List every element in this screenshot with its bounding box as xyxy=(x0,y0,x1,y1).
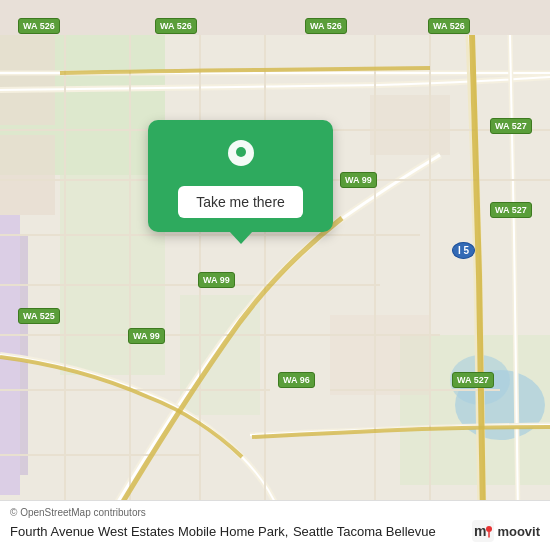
highway-label-wa527-1: WA 527 xyxy=(490,118,532,134)
highway-label-wa526-3: WA 526 xyxy=(305,18,347,34)
highway-label-i5: I 5 xyxy=(452,242,475,259)
moovit-label: moovit xyxy=(497,524,540,539)
attribution: © OpenStreetMap contributors xyxy=(10,507,540,518)
map-roads xyxy=(0,0,550,550)
take-me-there-button[interactable]: Take me there xyxy=(178,186,303,218)
popup-card: Take me there xyxy=(148,120,333,232)
highway-label-wa526-4: WA 526 xyxy=(428,18,470,34)
map-container: WA 526 WA 526 WA 526 WA 526 WA 527 WA 52… xyxy=(0,0,550,550)
location-pin-icon xyxy=(222,138,260,176)
highway-label-wa99-2: WA 99 xyxy=(198,272,235,288)
bottom-bar: © OpenStreetMap contributors Fourth Aven… xyxy=(0,500,550,550)
svg-text:m: m xyxy=(474,523,486,539)
svg-rect-10 xyxy=(330,315,430,395)
highway-label-wa526-2: WA 526 xyxy=(155,18,197,34)
highway-label-wa527-3: WA 527 xyxy=(452,372,494,388)
highway-label-wa525: WA 525 xyxy=(18,308,60,324)
highway-label-wa99-1: WA 99 xyxy=(340,172,377,188)
highway-label-wa99-3: WA 99 xyxy=(128,328,165,344)
highway-label-wa527-2: WA 527 xyxy=(490,202,532,218)
highway-label-wa526-1: WA 526 xyxy=(18,18,60,34)
highway-label-wa96: WA 96 xyxy=(278,372,315,388)
svg-rect-8 xyxy=(0,135,55,215)
svg-rect-9 xyxy=(370,95,450,155)
svg-point-31 xyxy=(236,147,246,157)
location-name: Fourth Avenue West Estates Mobile Home P… xyxy=(10,522,436,540)
svg-rect-7 xyxy=(0,35,55,125)
moovit-logo: m moovit xyxy=(472,520,540,542)
svg-point-34 xyxy=(486,526,492,532)
moovit-app-icon: m xyxy=(472,520,494,542)
